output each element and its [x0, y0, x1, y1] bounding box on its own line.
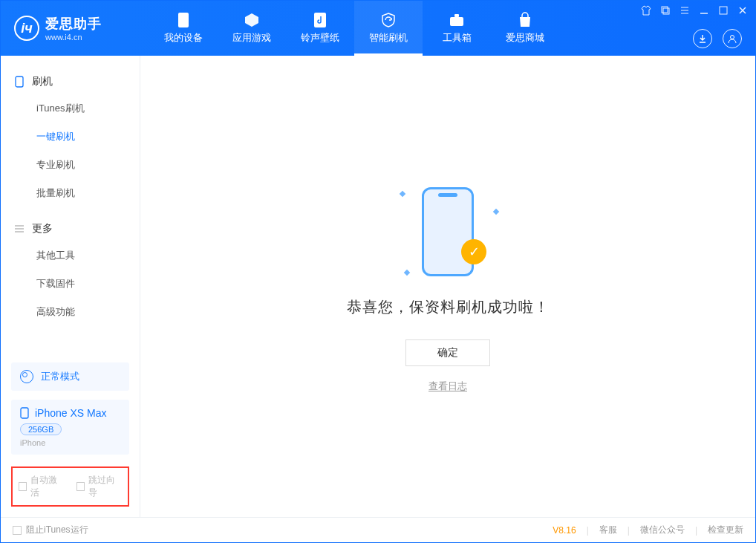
nav-label: 工具箱 — [443, 31, 472, 45]
nav-flash[interactable]: 智能刷机 — [354, 1, 423, 56]
support-link[interactable]: 客服 — [599, 524, 617, 536]
nav-store[interactable]: 爱思商城 — [491, 1, 559, 56]
nav-label: 智能刷机 — [369, 31, 408, 45]
phone-illustration-icon — [422, 187, 474, 276]
svg-rect-5 — [663, 8, 669, 14]
checkmark-badge-icon: ✓ — [461, 239, 486, 264]
svg-rect-2 — [450, 17, 463, 26]
nav-label: 应用游戏 — [232, 31, 271, 45]
nav-label: 铃声壁纸 — [301, 31, 339, 45]
download-icon[interactable] — [693, 29, 712, 48]
phone-icon — [175, 12, 192, 28]
nav-apps[interactable]: 应用游戏 — [218, 1, 286, 56]
svg-rect-3 — [454, 14, 459, 17]
sidebar-item-itunes-flash[interactable]: iTunes刷机 — [1, 94, 140, 123]
device-box[interactable]: iPhone XS Max 256GB iPhone — [11, 400, 129, 455]
checkbox-icon — [19, 482, 27, 491]
app-window: iч 爱思助手 www.i4.cn 我的设备 应用游戏 铃声壁纸 智能刷机 — [0, 0, 756, 543]
main-nav: 我的设备 应用游戏 铃声壁纸 智能刷机 工具箱 爱思商城 — [149, 1, 559, 56]
mode-label: 正常模式 — [41, 370, 79, 383]
logo-area[interactable]: iч 爱思助手 www.i4.cn — [1, 15, 149, 42]
sidebar-item-download-firmware[interactable]: 下载固件 — [1, 270, 140, 298]
layers-icon[interactable] — [660, 5, 671, 16]
section-title: 刷机 — [32, 75, 53, 88]
svg-rect-0 — [178, 13, 189, 27]
svg-rect-6 — [720, 7, 727, 14]
mode-box[interactable]: 正常模式 — [11, 362, 129, 391]
svg-rect-9 — [21, 408, 28, 418]
list-icon — [14, 224, 25, 234]
user-icons — [693, 29, 742, 48]
svg-rect-1 — [314, 13, 326, 27]
window-controls — [641, 5, 748, 16]
checkbox-auto-activate[interactable]: 自动激活 — [19, 474, 65, 499]
check-update-link[interactable]: 检查更新 — [708, 524, 743, 536]
device-icon — [14, 77, 25, 87]
svg-rect-8 — [16, 77, 23, 87]
toolbox-icon — [449, 12, 465, 28]
main-content: ✓ 恭喜您，保资料刷机成功啦！ 确定 查看日志 — [140, 56, 755, 517]
success-message: 恭喜您，保资料刷机成功啦！ — [347, 297, 550, 317]
section-flash: 刷机 — [1, 69, 140, 94]
body: 刷机 iTunes刷机 一键刷机 专业刷机 批量刷机 更多 其他工具 下载固件 … — [1, 56, 755, 517]
sidebar-item-other-tools[interactable]: 其他工具 — [1, 241, 140, 270]
highlighted-checkbox-row: 自动激活 跳过向导 — [11, 466, 129, 507]
shirt-icon[interactable] — [641, 5, 651, 16]
ok-button[interactable]: 确定 — [405, 339, 490, 366]
version-label: V8.16 — [553, 525, 576, 536]
app-url: www.i4.cn — [45, 33, 102, 42]
sidebar-item-advanced[interactable]: 高级功能 — [1, 298, 140, 326]
checkbox-skip-guide[interactable]: 跳过向导 — [76, 474, 123, 499]
logo-text: 爱思助手 www.i4.cn — [45, 15, 102, 42]
device-type: iPhone — [20, 438, 120, 447]
checkbox-icon — [76, 482, 85, 491]
wechat-link[interactable]: 微信公众号 — [640, 524, 685, 536]
cube-icon — [244, 12, 260, 28]
section-title: 更多 — [32, 222, 53, 235]
refresh-shield-icon — [380, 12, 397, 28]
close-icon[interactable] — [737, 5, 748, 16]
success-illustration: ✓ — [396, 180, 500, 284]
svg-rect-4 — [662, 7, 668, 13]
maximize-icon[interactable] — [718, 5, 729, 16]
sidebar-item-onekey-flash[interactable]: 一键刷机 — [1, 123, 140, 151]
svg-point-7 — [731, 36, 734, 39]
sidebar: 刷机 iTunes刷机 一键刷机 专业刷机 批量刷机 更多 其他工具 下载固件 … — [1, 56, 140, 517]
bag-icon — [517, 12, 533, 28]
app-name: 爱思助手 — [45, 15, 102, 33]
checkbox-icon — [13, 526, 22, 535]
nav-toolbox[interactable]: 工具箱 — [423, 1, 491, 56]
minimize-icon[interactable] — [699, 5, 709, 16]
footer: 阻止iTunes运行 V8.16 | 客服 | 微信公众号 | 检查更新 — [1, 517, 755, 542]
device-name: iPhone XS Max — [35, 407, 107, 419]
logo-icon: iч — [14, 16, 39, 41]
storage-badge: 256GB — [20, 423, 62, 435]
user-icon[interactable] — [723, 29, 742, 48]
checkbox-label: 自动激活 — [30, 474, 64, 499]
checkbox-block-itunes[interactable]: 阻止iTunes运行 — [13, 524, 88, 536]
sidebar-item-pro-flash[interactable]: 专业刷机 — [1, 151, 140, 179]
view-log-link[interactable]: 查看日志 — [428, 380, 467, 393]
nav-ringtones[interactable]: 铃声壁纸 — [286, 1, 354, 56]
sidebar-item-batch-flash[interactable]: 批量刷机 — [1, 179, 140, 207]
checkbox-label: 阻止iTunes运行 — [26, 524, 88, 536]
nav-my-device[interactable]: 我的设备 — [149, 1, 218, 56]
phone-small-icon — [20, 407, 29, 419]
menu-icon[interactable] — [680, 5, 690, 16]
section-more: 更多 — [1, 216, 140, 241]
titlebar: iч 爱思助手 www.i4.cn 我的设备 应用游戏 铃声壁纸 智能刷机 — [1, 1, 755, 56]
mode-icon — [20, 370, 33, 383]
nav-label: 我的设备 — [164, 31, 203, 45]
checkbox-label: 跳过向导 — [88, 474, 122, 499]
music-file-icon — [312, 12, 328, 28]
nav-label: 爱思商城 — [506, 31, 544, 45]
